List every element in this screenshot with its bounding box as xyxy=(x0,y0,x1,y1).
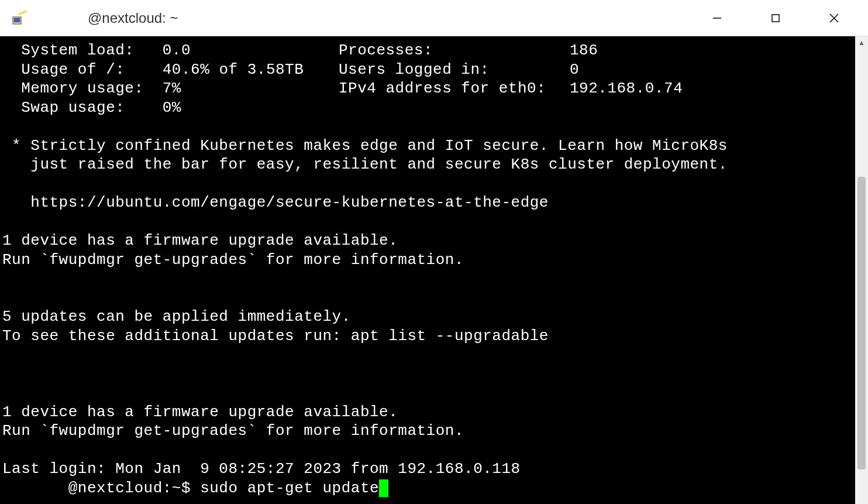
shell-prompt: @nextcloud:~$ xyxy=(2,479,200,497)
stat-value: 0.0 xyxy=(163,42,191,59)
maximize-icon xyxy=(771,13,780,23)
stat-value: 186 xyxy=(570,41,598,60)
motd-line: Run `fwupdmgr get-upgrades` for more inf… xyxy=(2,421,855,441)
stat-value: 0 xyxy=(570,60,579,80)
motd-line: * Strictly confined Kubernetes makes edg… xyxy=(2,136,855,156)
vertical-scrollbar[interactable]: ▲ xyxy=(855,36,868,504)
command-input[interactable]: sudo apt-get update xyxy=(200,479,379,497)
stat-label: System load: xyxy=(2,42,134,59)
terminal[interactable]: System load: 0.0Processes: 186 Usage of … xyxy=(0,36,855,504)
motd-line: Run `fwupdmgr get-upgrades` for more inf… xyxy=(2,251,855,270)
motd-line: 1 device has a firmware upgrade availabl… xyxy=(2,231,855,251)
stat-label: Memory usage: xyxy=(2,80,144,97)
stat-value: 40.6% of 3.58TB xyxy=(163,61,304,78)
stat-label: Users logged in: xyxy=(339,60,570,80)
motd-line: To see these additional updates run: apt… xyxy=(2,327,855,346)
stat-label: Usage of /: xyxy=(2,61,125,78)
minimize-button[interactable] xyxy=(688,1,746,36)
window-controls xyxy=(688,1,863,36)
svg-line-2 xyxy=(19,11,26,15)
scroll-thumb[interactable] xyxy=(857,177,866,469)
close-icon xyxy=(829,13,839,23)
scroll-up-icon[interactable]: ▲ xyxy=(855,36,868,49)
minimize-icon xyxy=(712,13,722,23)
stat-value: 192.168.0.74 xyxy=(570,79,683,98)
motd-line: 5 updates can be applied immediately. xyxy=(2,307,855,327)
stat-label: IPv4 address for eth0: xyxy=(339,79,570,98)
motd-line: 1 device has a firmware upgrade availabl… xyxy=(2,403,855,422)
motd-url: https://ubuntu.com/engage/secure-kuberne… xyxy=(2,193,855,212)
stat-label: Swap usage: xyxy=(2,99,125,116)
close-button[interactable] xyxy=(805,1,863,36)
window-titlebar: @nextcloud: ~ xyxy=(0,0,868,36)
terminal-container: System load: 0.0Processes: 186 Usage of … xyxy=(0,36,868,504)
svg-point-3 xyxy=(25,10,27,12)
stat-label: Processes: xyxy=(339,41,570,60)
last-login: Last login: Mon Jan 9 08:25:27 2023 from… xyxy=(2,460,855,479)
cursor xyxy=(379,479,388,497)
stat-value: 0% xyxy=(163,99,181,116)
motd-line: just raised the bar for easy, resilient … xyxy=(2,155,855,174)
maximize-button[interactable] xyxy=(746,1,805,36)
window-title: @nextcloud: ~ xyxy=(88,10,178,26)
stat-value: 7% xyxy=(163,80,181,97)
putty-icon xyxy=(11,9,29,28)
svg-rect-5 xyxy=(772,15,779,22)
svg-rect-1 xyxy=(14,18,20,22)
